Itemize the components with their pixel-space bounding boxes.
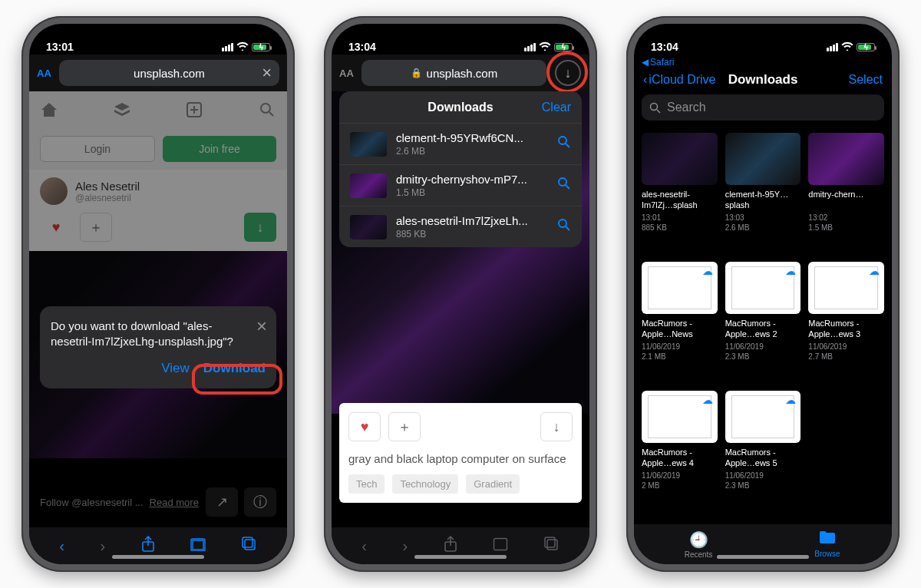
file-meta: 11/06/20192.3 MB bbox=[725, 471, 801, 491]
svg-rect-4 bbox=[243, 537, 253, 547]
download-item[interactable]: dmitry-chernyshov-mP7...1.5 MB bbox=[339, 165, 582, 206]
battery-icon: ϟ bbox=[554, 43, 573, 51]
file-thumb bbox=[642, 262, 718, 314]
lock-icon: 🔒 bbox=[411, 68, 422, 78]
battery-icon: ϟ bbox=[857, 43, 875, 51]
wifi-icon bbox=[841, 41, 853, 53]
file-item[interactable]: MacRumors - Apple…ews 511/06/20192.3 MB bbox=[725, 391, 801, 514]
share-button[interactable] bbox=[141, 536, 155, 557]
downloads-popover: Downloads Clear clement-h-95YRwf6CN...2.… bbox=[339, 91, 582, 247]
clock: 13:01 bbox=[46, 41, 74, 53]
battery-icon: ϟ bbox=[252, 43, 270, 51]
file-name: dmitry-chern… bbox=[808, 190, 884, 211]
like-button[interactable]: ♥ bbox=[348, 412, 381, 441]
clock: 13:04 bbox=[348, 41, 376, 53]
download-thumb bbox=[350, 132, 387, 157]
file-item[interactable]: MacRumors - Apple…ews 411/06/20192 MB bbox=[642, 391, 718, 514]
tag[interactable]: Gradient bbox=[466, 474, 520, 494]
file-name: MacRumors - Apple…ews 2 bbox=[725, 319, 801, 340]
file-item[interactable]: dmitry-chern…13:021.5 MB bbox=[808, 133, 884, 256]
add-collection-button[interactable]: ＋ bbox=[388, 412, 421, 441]
tabs-button[interactable] bbox=[544, 537, 560, 556]
file-item[interactable]: MacRumors - Apple…News11/06/20192.1 MB bbox=[642, 262, 718, 385]
download-item[interactable]: ales-nesetril-Im7lZjxeLh...885 KB bbox=[339, 206, 582, 247]
bookmarks-button[interactable] bbox=[493, 537, 508, 555]
svg-rect-10 bbox=[547, 540, 557, 550]
download-thumb bbox=[350, 173, 387, 198]
file-meta: 11/06/20192.7 MB bbox=[808, 342, 884, 362]
downloads-button[interactable]: ↓ bbox=[554, 59, 582, 87]
download-thumb bbox=[350, 215, 387, 239]
file-name: MacRumors - Apple…News bbox=[642, 319, 718, 340]
phone-1: 13:01 ϟ AA unsplash.com × bbox=[21, 16, 295, 572]
wifi-icon bbox=[539, 41, 551, 53]
clear-button[interactable]: Clear bbox=[542, 101, 571, 114]
url-field[interactable]: unsplash.com × bbox=[59, 60, 279, 86]
prompt-view-button[interactable]: View bbox=[161, 361, 190, 376]
svg-point-6 bbox=[559, 178, 566, 186]
url-field[interactable]: 🔒 unsplash.com bbox=[361, 60, 546, 86]
clear-url-icon[interactable]: × bbox=[262, 63, 272, 83]
breadcrumb-back-to-app[interactable]: ◀ Safari bbox=[634, 55, 892, 68]
tabs-button[interactable] bbox=[242, 537, 257, 556]
file-item[interactable]: MacRumors - Apple…ews 211/06/20192.3 MB bbox=[725, 262, 801, 385]
file-name: MacRumors - Apple…ews 4 bbox=[642, 448, 718, 469]
file-item[interactable]: clement-h-95Y…splash13:032.6 MB bbox=[725, 133, 801, 256]
svg-rect-3 bbox=[245, 540, 255, 550]
file-thumb bbox=[725, 133, 801, 185]
reveal-icon[interactable] bbox=[557, 218, 571, 236]
files-grid: ales-nesetril-Im7lZj…splash13:01885 KBcl… bbox=[634, 128, 892, 514]
svg-rect-9 bbox=[494, 538, 507, 550]
svg-point-5 bbox=[559, 137, 566, 144]
svg-rect-11 bbox=[545, 537, 555, 547]
file-thumb bbox=[725, 391, 801, 443]
clock: 13:04 bbox=[651, 41, 678, 53]
signal-icon bbox=[827, 43, 838, 51]
file-meta: 11/06/20192.1 MB bbox=[642, 342, 718, 362]
share-button[interactable] bbox=[444, 536, 457, 557]
svg-point-12 bbox=[651, 103, 658, 110]
page-title: Downloads bbox=[728, 72, 798, 88]
forward-button[interactable]: › bbox=[100, 537, 105, 555]
file-meta: 13:021.5 MB bbox=[808, 213, 884, 233]
image-caption: gray and black laptop computer on surfac… bbox=[348, 452, 573, 465]
file-meta: 13:032.6 MB bbox=[725, 213, 801, 233]
image-card: ♥ ＋ ↓ gray and black laptop computer on … bbox=[339, 403, 582, 503]
file-name: ales-nesetril-Im7lZj…splash bbox=[642, 190, 718, 211]
close-prompt-icon[interactable]: × bbox=[256, 315, 267, 337]
clock-icon: 🕘 bbox=[689, 530, 708, 549]
back-button[interactable]: ‹ bbox=[59, 537, 64, 555]
file-thumb bbox=[808, 262, 884, 314]
file-thumb bbox=[808, 133, 884, 185]
file-item[interactable]: ales-nesetril-Im7lZj…splash13:01885 KB bbox=[642, 133, 718, 256]
reveal-icon[interactable] bbox=[557, 177, 571, 194]
file-meta: 11/06/20192 MB bbox=[642, 471, 718, 491]
reveal-icon[interactable] bbox=[557, 135, 571, 153]
reader-aa-button[interactable]: AA bbox=[37, 68, 51, 79]
safari-address-bar: AA 🔒 unsplash.com ↓ bbox=[332, 55, 589, 91]
back-button[interactable]: ‹ iCloud Drive bbox=[643, 73, 715, 87]
search-input[interactable]: Search bbox=[642, 94, 884, 121]
download-prompt: × Do you want to download "ales-nesetril… bbox=[40, 306, 276, 388]
download-item[interactable]: clement-h-95YRwf6CN...2.6 MB bbox=[339, 124, 582, 165]
forward-button[interactable]: › bbox=[402, 537, 408, 555]
file-name: MacRumors - Apple…ews 3 bbox=[808, 319, 884, 340]
file-thumb bbox=[642, 133, 718, 185]
file-thumb bbox=[642, 391, 718, 443]
download-image-button[interactable]: ↓ bbox=[540, 412, 573, 441]
phone-2: 13:04 ϟ AA 🔒 unsplash.com ↓ ♥ bbox=[324, 16, 597, 572]
select-button[interactable]: Select bbox=[849, 73, 883, 87]
file-meta: 13:01885 KB bbox=[642, 213, 718, 233]
highlight-annotation bbox=[192, 364, 282, 395]
wifi-icon bbox=[236, 41, 249, 53]
file-meta: 11/06/20192.3 MB bbox=[725, 342, 801, 362]
bookmarks-button[interactable] bbox=[190, 537, 206, 555]
folder-icon bbox=[819, 530, 836, 548]
safari-address-bar: AA unsplash.com × bbox=[29, 55, 287, 91]
tag[interactable]: Technology bbox=[392, 474, 458, 494]
back-button[interactable]: ‹ bbox=[361, 537, 367, 555]
reader-aa-button[interactable]: AA bbox=[339, 68, 354, 79]
file-item[interactable]: MacRumors - Apple…ews 311/06/20192.7 MB bbox=[808, 262, 884, 385]
tag[interactable]: Tech bbox=[348, 474, 385, 494]
downloads-title: Downloads bbox=[427, 101, 493, 114]
